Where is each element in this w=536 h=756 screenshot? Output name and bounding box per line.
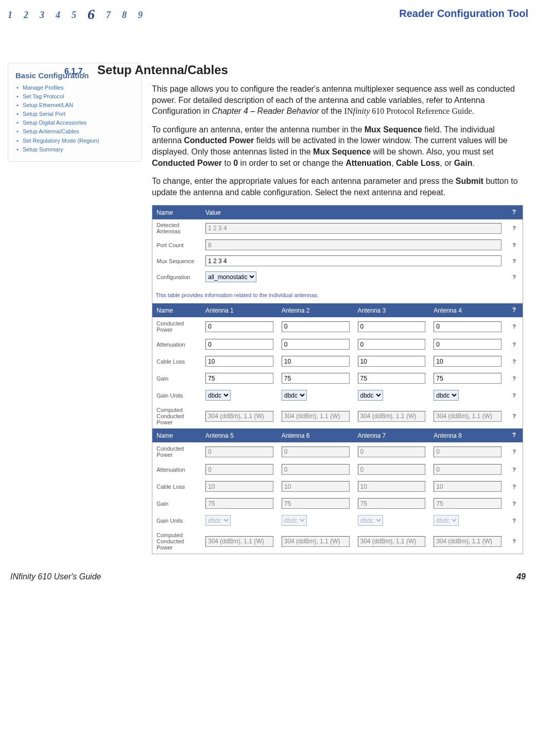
- sidebar-item-6[interactable]: Set Regulatory Mode (Region): [15, 136, 134, 145]
- section-title: Setup Antenna/Cables: [97, 63, 228, 77]
- ant-col-1: Antenna 1: [201, 303, 278, 317]
- help-link[interactable]: ?: [506, 370, 523, 387]
- ant-row-label: Attenuation: [152, 336, 201, 353]
- ant-gain-input: [358, 498, 426, 509]
- sidebar-item-3[interactable]: Setup Serial Port: [15, 110, 134, 118]
- ant-attenuation-input: [358, 464, 426, 475]
- help-link[interactable]: ?: [506, 478, 523, 495]
- col-name: Name: [152, 205, 201, 219]
- gain-units-select: dbdc: [358, 515, 383, 526]
- ant-conducted_power-input[interactable]: [282, 321, 350, 332]
- ant-gain-input[interactable]: [358, 373, 426, 384]
- ant-conducted_power-input[interactable]: [434, 321, 502, 332]
- ant-cable_loss-input[interactable]: [282, 356, 350, 367]
- top-row-input-2[interactable]: [205, 255, 502, 266]
- section-number: 6.1.7.: [64, 67, 85, 76]
- configuration-select[interactable]: all_monostatic: [205, 271, 256, 282]
- ant-col-3: Antenna 7: [354, 428, 430, 442]
- sidebar-item-2[interactable]: Setup Ethernet/LAN: [15, 101, 134, 110]
- sidebar-basic-config: Basic Configuration Manage ProfilesSet T…: [8, 63, 142, 162]
- chapter-num-8[interactable]: 8: [122, 10, 127, 21]
- gain-units-select: dbdc: [205, 515, 231, 526]
- chapter-num-5[interactable]: 5: [72, 10, 76, 21]
- ant-gain-input[interactable]: [205, 373, 273, 384]
- gain-units-select[interactable]: dbdc: [434, 390, 459, 401]
- ant-cable_loss-input[interactable]: [358, 356, 426, 367]
- ant-row-label: Gain Units: [152, 387, 201, 404]
- help-icon[interactable]: ?: [510, 431, 518, 440]
- ant-col-2: Antenna 6: [278, 428, 354, 442]
- help-icon[interactable]: ?: [510, 208, 518, 217]
- chapter-nav: 123456789: [8, 5, 143, 22]
- ant-computed-input: [282, 536, 350, 547]
- help-link[interactable]: ?: [506, 336, 523, 353]
- top-row-label-1: Port Count: [152, 237, 201, 253]
- help-link[interactable]: ?: [506, 237, 523, 253]
- footer-page-number: 49: [516, 572, 526, 581]
- ant-gain-input[interactable]: [434, 373, 502, 384]
- ant-col-4: Antenna 8: [429, 428, 506, 442]
- top-row-label-0: Detected Antennas: [152, 219, 201, 237]
- ant-row-label: Attenuation: [152, 461, 201, 478]
- ant-computed-input: [358, 411, 426, 422]
- chapter-num-7[interactable]: 7: [106, 10, 111, 21]
- ant-conducted_power-input: [282, 446, 350, 457]
- gain-units-select: dbdc: [282, 515, 307, 526]
- ant-attenuation-input[interactable]: [282, 339, 350, 350]
- chapter-num-1[interactable]: 1: [8, 10, 12, 21]
- help-link[interactable]: ?: [506, 461, 523, 478]
- top-row-label-2: Mux Sequence: [152, 253, 201, 269]
- help-link[interactable]: ?: [506, 269, 523, 285]
- help-link[interactable]: ?: [506, 317, 523, 336]
- chapter-num-9[interactable]: 9: [138, 10, 143, 21]
- gain-units-select[interactable]: dbdc: [358, 390, 383, 401]
- ant-cable_loss-input: [358, 481, 426, 492]
- ant-computed-input: [358, 536, 426, 547]
- ant-conducted_power-input: [434, 446, 502, 457]
- ant-gain-input[interactable]: [282, 373, 350, 384]
- help-link[interactable]: ?: [506, 353, 523, 370]
- ant-row-label: Computed Conducted Power: [152, 529, 201, 554]
- help-icon[interactable]: ?: [510, 306, 518, 315]
- help-link[interactable]: ?: [506, 219, 523, 237]
- sidebar-item-0[interactable]: Manage Profiles: [15, 83, 134, 92]
- chapter-num-6[interactable]: 6: [88, 6, 95, 23]
- ant-col-0: Name: [152, 303, 201, 317]
- gain-units-select[interactable]: dbdc: [205, 390, 231, 401]
- ant-cable_loss-input[interactable]: [205, 356, 273, 367]
- ant-attenuation-input: [205, 464, 273, 475]
- ant-attenuation-input: [282, 464, 350, 475]
- col-value: Value: [201, 205, 506, 219]
- ant-row-label: Conducted Power: [152, 317, 201, 336]
- help-link[interactable]: ?: [506, 387, 523, 404]
- ant-row-label: Conducted Power: [152, 442, 201, 461]
- sidebar-item-1[interactable]: Set Tag Protocol: [15, 92, 134, 101]
- help-link[interactable]: ?: [506, 529, 523, 554]
- sidebar-item-5[interactable]: Setup Antenna/Cables: [15, 127, 134, 136]
- ant-conducted_power-input[interactable]: [358, 321, 426, 332]
- help-link[interactable]: ?: [506, 404, 523, 428]
- help-link[interactable]: ?: [506, 495, 523, 512]
- ant-attenuation-input[interactable]: [358, 339, 426, 350]
- sidebar-item-4[interactable]: Setup Digital Accessories: [15, 118, 134, 127]
- section-body: This page allows you to configure the re…: [152, 83, 523, 198]
- ant-row-label: Gain: [152, 370, 201, 387]
- chapter-num-3[interactable]: 3: [40, 10, 44, 21]
- ant-conducted_power-input[interactable]: [205, 321, 273, 332]
- help-link[interactable]: ?: [506, 253, 523, 269]
- ant-attenuation-input[interactable]: [205, 339, 273, 350]
- help-link[interactable]: ?: [506, 512, 523, 529]
- help-link[interactable]: ?: [506, 442, 523, 461]
- ant-cable_loss-input[interactable]: [434, 356, 502, 367]
- top-row-input-0: [205, 223, 502, 234]
- chapter-num-4[interactable]: 4: [56, 10, 60, 21]
- ant-col-4: Antenna 4: [429, 303, 506, 317]
- sidebar-item-7[interactable]: Setup Summary: [15, 145, 134, 154]
- gain-units-select[interactable]: dbdc: [282, 390, 307, 401]
- ant-conducted_power-input: [205, 446, 273, 457]
- ant-computed-input: [205, 536, 273, 547]
- ant-cable_loss-input: [434, 481, 502, 492]
- chapter-num-2[interactable]: 2: [24, 10, 28, 21]
- ant-attenuation-input[interactable]: [434, 339, 502, 350]
- ant-row-label: Cable Loss: [152, 353, 201, 370]
